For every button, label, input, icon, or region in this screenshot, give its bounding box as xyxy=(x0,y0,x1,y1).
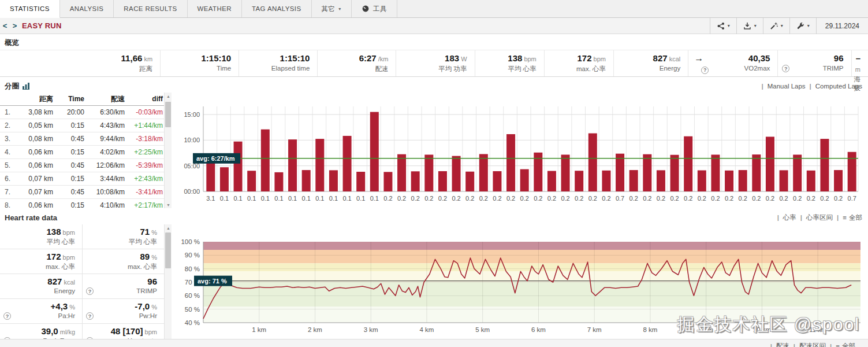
tab-label: 其它 xyxy=(322,5,336,13)
lap-bar[interactable] xyxy=(383,172,392,191)
hr-stats-scrollbar[interactable]: ▲ ▼ xyxy=(164,224,172,347)
view-link-Manual Laps[interactable]: Manual Laps xyxy=(768,83,806,90)
lap-bar[interactable] xyxy=(506,134,515,191)
lap-bar[interactable] xyxy=(547,171,556,191)
tab-tag-analysis[interactable]: TAG ANALYSIS xyxy=(242,0,312,17)
laps-table-scrollbar[interactable]: ▲ ▼ xyxy=(164,93,172,208)
lap-bar[interactable] xyxy=(452,156,461,191)
svg-text:0.1: 0.1 xyxy=(315,195,324,202)
lap-bar[interactable] xyxy=(438,171,447,191)
lap-row[interactable]: 6.0,07 km0:153:44/km+2:43/km xyxy=(0,172,164,186)
tab-analysis[interactable]: ANALYSIS xyxy=(60,0,114,17)
lap-bar[interactable] xyxy=(520,169,529,191)
lap-bar[interactable] xyxy=(684,136,692,191)
lap-bar[interactable] xyxy=(302,170,311,191)
lap-bar[interactable] xyxy=(329,170,338,191)
lap-bar[interactable] xyxy=(424,154,433,191)
lap-bar[interactable] xyxy=(493,171,501,191)
lap-bar[interactable] xyxy=(848,152,856,191)
help-icon[interactable]: ? xyxy=(86,312,94,320)
scroll-up-icon[interactable]: ▲ xyxy=(165,224,172,231)
scrollbar-thumb[interactable] xyxy=(165,102,171,127)
help-icon[interactable]: ? xyxy=(3,312,11,320)
activity-date[interactable]: 29.11.2024 xyxy=(816,18,868,34)
lap-bar[interactable] xyxy=(807,171,815,191)
lap-bar[interactable] xyxy=(629,170,638,191)
export-button[interactable]: ▾ xyxy=(736,18,763,34)
view-link-全部[interactable]: ≡ 全部 xyxy=(836,342,855,347)
lap-bar[interactable] xyxy=(725,171,733,191)
stat-number: 11,66 xyxy=(121,53,143,63)
lap-bar[interactable] xyxy=(234,142,243,191)
lap-bar[interactable] xyxy=(780,170,788,191)
lap-bar[interactable] xyxy=(588,134,597,191)
lap-bar[interactable] xyxy=(315,139,324,191)
view-link-全部[interactable]: ≡ 全部 xyxy=(843,213,862,222)
lap-bar[interactable] xyxy=(479,154,488,191)
lap-bar[interactable] xyxy=(766,136,774,191)
scrollbar-thumb[interactable] xyxy=(165,232,171,268)
lap-bar[interactable] xyxy=(411,171,420,191)
heart-rate-chart[interactable]: 1 km2 km3 km4 km5 km6 km7 km8 km9 km10 k… xyxy=(173,223,868,347)
lap-bar[interactable] xyxy=(247,171,256,191)
tab-tools[interactable]: 工具 xyxy=(352,0,397,17)
lap-bar[interactable] xyxy=(670,155,679,191)
lap-bar[interactable] xyxy=(575,171,583,191)
lap-bar[interactable] xyxy=(820,139,829,191)
lap-row[interactable]: 3.0,08 km0:459:44/km-3:18/km xyxy=(0,132,164,146)
lap-row[interactable]: 4.0,06 km0:154:02/km+2:25/km xyxy=(0,146,164,159)
share-button[interactable]: ▾ xyxy=(710,18,736,34)
help-icon[interactable]: ? xyxy=(701,67,709,74)
lap-bar[interactable] xyxy=(397,154,406,191)
lap-bar[interactable] xyxy=(793,154,802,191)
tab-more[interactable]: 其它▾ xyxy=(312,0,352,17)
view-link-配速[interactable]: 配速 xyxy=(776,342,789,347)
stat-label: Pa:Hr xyxy=(0,312,75,319)
laps-table: 距离Time配速diff1.3,08 km20:006:30/km-0:03/k… xyxy=(0,93,164,208)
lap-row[interactable]: 8.0,06 km0:154:10/km+2:17/km xyxy=(0,199,164,208)
lap-bar[interactable] xyxy=(711,154,720,191)
view-link-配速区间[interactable]: 配速区间 xyxy=(799,342,826,347)
lap-distance: 0,06 km xyxy=(16,201,53,208)
lap-bar[interactable] xyxy=(274,172,283,191)
view-link-心率[interactable]: 心率 xyxy=(783,213,796,222)
scroll-up-icon[interactable]: ▲ xyxy=(165,93,172,99)
lap-row[interactable]: 7.0,07 km0:4510:08/km-3:41/km xyxy=(0,186,164,199)
lap-bar[interactable] xyxy=(288,139,297,191)
lap-bar[interactable] xyxy=(602,171,610,191)
lap-bar[interactable] xyxy=(356,172,365,191)
tab-weather[interactable]: WEATHER xyxy=(188,0,242,17)
lap-index: 7. xyxy=(0,188,16,196)
lap-bar[interactable] xyxy=(657,170,665,191)
lap-bar[interactable] xyxy=(616,154,624,191)
stat-unit: bpm xyxy=(61,254,75,261)
lap-bar[interactable] xyxy=(834,170,843,191)
next-activity-button[interactable]: > xyxy=(10,21,20,30)
lap-bar[interactable] xyxy=(643,154,651,191)
view-link-Computed Laps[interactable]: Computed Laps xyxy=(815,83,862,90)
tab-statistics[interactable]: STATISTICS xyxy=(0,0,60,18)
prev-activity-button[interactable]: < xyxy=(0,21,10,30)
lap-bar[interactable] xyxy=(465,172,474,191)
lap-bar[interactable] xyxy=(261,130,270,191)
stat-unit: /km xyxy=(377,56,389,62)
lap-bar[interactable] xyxy=(370,112,379,191)
lap-row[interactable]: 5.0,06 km0:4512:06/km-5:39/km xyxy=(0,159,164,172)
lap-bar[interactable] xyxy=(752,154,761,191)
settings-button[interactable]: ▾ xyxy=(789,18,816,34)
quick-fix-button[interactable]: ▾ xyxy=(763,18,789,34)
lap-bar[interactable] xyxy=(561,154,570,191)
svg-text:0.2: 0.2 xyxy=(766,195,774,202)
lap-bar[interactable] xyxy=(343,136,352,191)
link-separator: | xyxy=(770,343,772,347)
lap-bar[interactable] xyxy=(739,170,747,191)
lap-row[interactable]: 1.3,08 km20:006:30/km-0:03/km xyxy=(0,106,164,119)
tab-race-results[interactable]: RACE RESULTS xyxy=(114,0,187,17)
lap-row[interactable]: 2.0,05 km0:154:43/km+1:44/km xyxy=(0,119,164,132)
lap-bar[interactable] xyxy=(220,167,229,191)
scroll-down-icon[interactable]: ▼ xyxy=(165,201,172,208)
laps-pace-chart[interactable]: 00:0005:0010:0015:003.10.10.10.10.10.10.… xyxy=(173,91,868,208)
help-icon[interactable]: ? xyxy=(86,287,94,295)
lap-bar[interactable] xyxy=(698,170,706,191)
view-link-心率区间[interactable]: 心率区间 xyxy=(806,213,833,222)
